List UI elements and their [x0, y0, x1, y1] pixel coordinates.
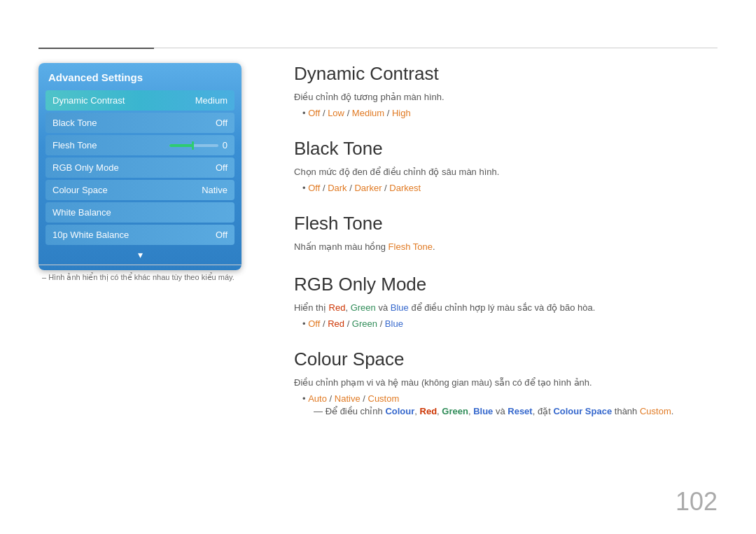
separator: / — [347, 318, 352, 329]
option-red: Red — [328, 318, 344, 329]
comma1: , — [345, 302, 350, 313]
section-body-black-tone: Chọn mức độ đen để điều chỉnh độ sâu màn… — [294, 165, 718, 180]
separator: / — [363, 393, 368, 404]
section-bullet-rgb: Off / Red / Green / Blue — [294, 318, 718, 329]
sub-colour: Colour — [385, 406, 414, 416]
section-title-flesh-tone: Flesh Tone — [294, 213, 718, 234]
option-green: Green — [351, 302, 376, 313]
flesh-tone-highlight: Flesh Tone — [388, 241, 433, 252]
section-title-rgb-only-mode: RGB Only Mode — [294, 274, 718, 295]
menu-value-10p-white-balance: Off — [216, 230, 227, 240]
left-divider — [38, 265, 241, 265]
sub-green: Green — [442, 406, 468, 416]
option-off: Off — [308, 183, 320, 193]
menu-value-dynamic-contrast: Medium — [195, 95, 227, 106]
sub-then: thành — [612, 406, 640, 416]
option-blue: Blue — [391, 302, 409, 313]
flesh-tone-prefix: Nhấn mạnh màu hồng — [294, 241, 388, 252]
menu-item-10p-white-balance[interactable]: 10p White Balance Off — [46, 225, 234, 245]
section-bullet-colour-space: Auto / Native / Custom — [294, 393, 718, 404]
sub-colour-space: Colour Space — [553, 406, 612, 416]
sub-custom: Custom — [640, 406, 671, 416]
right-content: Dynamic Contrast Điều chỉnh độ tương phả… — [294, 63, 718, 436]
sub-and: và — [493, 406, 507, 416]
section-title-dynamic-contrast: Dynamic Contrast — [294, 63, 718, 85]
sub-blue: Blue — [473, 406, 493, 416]
scroll-down-arrow[interactable]: ▾ — [46, 249, 234, 260]
separator: / — [387, 108, 392, 118]
menu-label-black-tone: Black Tone — [52, 118, 97, 128]
option-low: Low — [328, 108, 344, 118]
section-body-colour-space: Điều chỉnh phạm vi và hệ màu (không gian… — [294, 376, 718, 391]
sub-prefix: Để điều chỉnh — [326, 406, 386, 416]
rgb-suffix: để điều chỉnh hợp lý màu sắc và độ bão h… — [409, 302, 596, 313]
menu-value-flesh-tone: 0 — [223, 140, 227, 150]
menu-label-dynamic-contrast: Dynamic Contrast — [52, 95, 125, 106]
rgb-prefix: Hiển thị — [294, 302, 329, 313]
menu-item-black-tone[interactable]: Black Tone Off — [46, 113, 234, 133]
footnote: – Hình ảnh hiển thị có thể khác nhau tùy… — [42, 273, 234, 282]
left-panel: Advanced Settings Dynamic Contrast Mediu… — [38, 63, 241, 270]
advanced-settings-title: Advanced Settings — [46, 71, 234, 83]
advanced-settings-box: Advanced Settings Dynamic Contrast Mediu… — [38, 63, 241, 270]
section-body-rgb-only-mode: Hiển thị Red, Green và Blue để điều chỉn… — [294, 301, 718, 316]
slider-thumb — [192, 141, 194, 150]
slider-bar — [169, 144, 218, 147]
section-bullet-dynamic-contrast: Off / Low / Medium / High — [294, 108, 718, 118]
option-auto: Auto — [308, 393, 327, 404]
menu-label-10p-white-balance: 10p White Balance — [52, 230, 129, 240]
option-off: Off — [308, 108, 320, 118]
option-darkest: Darkest — [389, 183, 421, 193]
sub-period: . — [671, 406, 674, 416]
menu-label-white-balance: White Balance — [52, 207, 111, 218]
section-flesh-tone: Flesh Tone Nhấn mạnh màu hồng Flesh Tone… — [294, 213, 718, 255]
section-body-dynamic-contrast: Điều chỉnh độ tương phản màn hình. — [294, 90, 718, 105]
section-body-flesh-tone: Nhấn mạnh màu hồng Flesh Tone. — [294, 240, 718, 255]
option-red: Red — [329, 302, 346, 313]
section-colour-space: Colour Space Điều chỉnh phạm vi và hệ mà… — [294, 349, 718, 416]
and-text: và — [376, 302, 391, 313]
flesh-tone-suffix: . — [433, 241, 435, 252]
menu-label-rgb-only-mode: RGB Only Mode — [52, 162, 119, 173]
slider-fill — [169, 144, 194, 147]
section-black-tone: Black Tone Chọn mức độ đen để điều chỉnh… — [294, 138, 718, 193]
section-sub-bullet-colour-space: Để điều chỉnh Colour, Red, Green, Blue v… — [294, 406, 718, 416]
top-divider-accent — [38, 48, 154, 49]
separator: / — [380, 318, 385, 329]
menu-label-colour-space: Colour Space — [52, 185, 108, 195]
flesh-tone-slider[interactable]: 0 — [169, 140, 227, 150]
section-rgb-only-mode: RGB Only Mode Hiển thị Red, Green và Blu… — [294, 274, 718, 329]
section-title-black-tone: Black Tone — [294, 138, 718, 160]
menu-value-rgb-only-mode: Off — [216, 162, 227, 173]
separator: / — [347, 108, 352, 118]
menu-item-white-balance[interactable]: White Balance — [46, 202, 234, 223]
option-high: High — [392, 108, 411, 118]
menu-label-flesh-tone: Flesh Tone — [52, 140, 97, 150]
sub-red: Red — [420, 406, 438, 416]
menu-value-black-tone: Off — [216, 118, 227, 128]
menu-item-colour-space[interactable]: Colour Space Native — [46, 180, 234, 200]
section-dynamic-contrast: Dynamic Contrast Điều chỉnh độ tương phả… — [294, 63, 718, 118]
option-blue: Blue — [385, 318, 403, 329]
option-green: Green — [352, 318, 377, 329]
menu-item-flesh-tone[interactable]: Flesh Tone 0 — [46, 135, 234, 155]
menu-item-dynamic-contrast[interactable]: Dynamic Contrast Medium — [46, 90, 234, 111]
option-off: Off — [308, 318, 320, 329]
section-bullet-black-tone: Off / Dark / Darker / Darkest — [294, 183, 718, 193]
option-dark: Dark — [328, 183, 346, 193]
page-number: 102 — [676, 487, 718, 517]
menu-item-rgb-only-mode[interactable]: RGB Only Mode Off — [46, 157, 234, 178]
sub-set: , đặt — [533, 406, 554, 416]
option-custom: Custom — [368, 393, 400, 404]
section-title-colour-space: Colour Space — [294, 349, 718, 370]
option-darker: Darker — [354, 183, 382, 193]
option-medium: Medium — [352, 108, 384, 118]
separator: / — [330, 393, 335, 404]
sub-comma: , — [414, 406, 419, 416]
option-native: Native — [335, 393, 360, 404]
sub-reset: Reset — [507, 406, 532, 416]
menu-value-colour-space: Native — [202, 185, 227, 195]
